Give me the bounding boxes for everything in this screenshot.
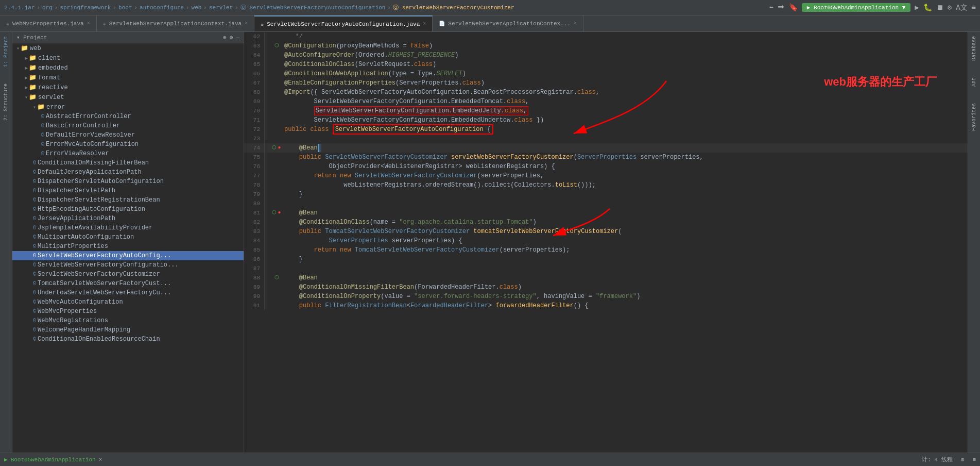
- tree-item-undertowservlet[interactable]: © UndertowServletWebServerFactoryCu...: [12, 288, 244, 297]
- tree-label-multipartauto: MultipartAutoConfiguration: [38, 234, 134, 241]
- tree-item-welcomepage[interactable]: © WelcomePageHandlerMapping: [12, 325, 244, 335]
- tab-webmvcproperties[interactable]: ☕ WebMvcProperties.java ×: [0, 15, 97, 31]
- tree-item-dispatcherservletpath[interactable]: © DispatcherServletPath: [12, 186, 244, 195]
- tree-item-servlet[interactable]: ▾ 📁 servlet: [12, 92, 244, 102]
- code-line-83: 83 public TomcatServletWebServerFactoryC…: [244, 227, 968, 236]
- debug-marker-74[interactable]: ●: [278, 143, 281, 153]
- code-line-79: 79 }: [244, 190, 968, 199]
- tree-label-servletwebserverauto: ServletWebServerFactoryAutoConfig...: [38, 252, 171, 259]
- tree-item-errorviewresolver[interactable]: © ErrorViewResolver: [12, 149, 244, 158]
- code-line-65: 65 @ConditionalOnClass(ServletRequest.cl…: [244, 60, 968, 69]
- code-line-80: 80: [244, 199, 968, 208]
- stop-icon[interactable]: ⏹: [936, 4, 943, 12]
- right-icon-favorites[interactable]: Favorites: [970, 101, 978, 133]
- sidebar-sync-icon[interactable]: ⊕: [223, 34, 227, 41]
- code-line-87: 87: [244, 264, 968, 273]
- tree-item-embedded[interactable]: ▶ 📁 embedded: [12, 63, 244, 73]
- settings-icon[interactable]: ⚙: [948, 3, 952, 12]
- tree-item-dispatcherservletreg[interactable]: © DispatcherServletRegistrationBean: [12, 195, 244, 205]
- line-content-88: @Bean: [284, 273, 968, 282]
- tree-item-servletwebservercustom[interactable]: © ServletWebServerFactoryCustomizer: [12, 270, 244, 279]
- tab-close-4[interactable]: ×: [574, 21, 577, 26]
- tab-servletwebserverapplicationcontext[interactable]: ☕ ServletWebServerApplicationContext.jav…: [97, 15, 255, 31]
- tree-item-web[interactable]: ▾ 📁 web: [12, 43, 244, 53]
- bean-marker-88[interactable]: ⬡: [274, 273, 279, 282]
- code-editor-area[interactable]: 62 */ 63 ⬡ @Configuration(proxyBeanMetho…: [244, 32, 968, 453]
- breadcrumb-autoconfigure[interactable]: autoconfigure: [140, 5, 184, 11]
- tab-servletwebserverapplicationcontext2[interactable]: 📄 ServletWebServerApplicationContex... ×: [433, 15, 583, 31]
- bookmark-icon[interactable]: 🔖: [789, 3, 798, 12]
- bottom-more-icon[interactable]: ≡: [972, 457, 976, 463]
- line-icons-63: ⬡: [269, 41, 284, 51]
- breadcrumb-class[interactable]: ⓪ ServletWebServerFactoryAutoConfigurati…: [240, 4, 386, 11]
- nav-back-icon[interactable]: ⬅: [769, 3, 773, 12]
- class-icon-webmvcauto: ©: [33, 299, 36, 305]
- tree-item-jerseyapplication[interactable]: © JerseyApplicationPath: [12, 214, 244, 223]
- tab-servletwebserverfactoryauto[interactable]: ☕ ServletWebServerFactoryAutoConfigurati…: [254, 15, 433, 31]
- tree-item-servletwebserverauto[interactable]: © ServletWebServerFactoryAutoConfig...: [12, 251, 244, 260]
- bean-marker-63[interactable]: ⬡: [274, 41, 279, 51]
- breadcrumb-servlet[interactable]: servlet: [209, 5, 233, 11]
- tree-item-dispatcherservletauto[interactable]: © DispatcherServletAutoConfiguration: [12, 177, 244, 186]
- arrow-reactive: ▶: [25, 85, 28, 91]
- tree-label-reactive: reactive: [38, 84, 68, 91]
- breadcrumb-method[interactable]: ⓪ servletWebServerFactoryCustomizer: [393, 4, 514, 11]
- tree-item-basicerror[interactable]: © BasicErrorController: [12, 121, 244, 130]
- tree-item-webmvcauto[interactable]: © WebMvcAutoConfiguration: [12, 297, 244, 307]
- breadcrumb-springframework[interactable]: springframework: [60, 5, 111, 11]
- tree-item-format[interactable]: ▶ 📁 format: [12, 73, 244, 82]
- breadcrumb-web[interactable]: web: [192, 5, 202, 11]
- breadcrumb-boot[interactable]: boot: [118, 5, 132, 11]
- debug-marker-81[interactable]: ●: [278, 208, 281, 218]
- tab-close-servletwebserver[interactable]: ×: [245, 21, 248, 26]
- left-icon-project[interactable]: 1: Project: [3, 36, 9, 67]
- tree-item-jsptemplate[interactable]: © JspTemplateAvailabilityProvider: [12, 223, 244, 232]
- tree-label-error: error: [46, 104, 65, 111]
- sidebar-settings-icon[interactable]: ⚙: [230, 34, 233, 41]
- class-icon-jsptemplate: ©: [33, 225, 36, 231]
- debug-icon[interactable]: 🐛: [923, 3, 932, 12]
- class-icon-defaultjersey: ©: [33, 170, 36, 175]
- run-button[interactable]: ▶ Boot05WebAdminApplication ▼: [802, 3, 910, 12]
- tree-item-conditionalonenabled[interactable]: © ConditionalOnEnabledResourceChain: [12, 335, 244, 344]
- tree-label-conditionalonmissing: ConditionalOnMissingFilterBean: [38, 159, 149, 167]
- translate-icon[interactable]: A文: [956, 3, 967, 12]
- line-num-66: 66: [244, 69, 265, 78]
- nav-forward-icon[interactable]: ⮕: [778, 4, 785, 12]
- breadcrumb-org[interactable]: org: [42, 5, 53, 11]
- tab-close-active[interactable]: ×: [423, 21, 426, 27]
- bean-marker-74[interactable]: ⬡: [272, 143, 277, 153]
- class-icon-conditionalonmissing: ©: [33, 160, 36, 166]
- right-icon-database[interactable]: Database: [970, 34, 978, 63]
- tree-item-defaultjersey[interactable]: © DefaultJerseyApplicationPath: [12, 168, 244, 177]
- tab-close-webmvcproperties[interactable]: ×: [87, 21, 90, 26]
- bean-marker-81[interactable]: ⬡: [272, 208, 277, 218]
- more-icon[interactable]: ≡: [972, 4, 976, 12]
- right-icon-ant[interactable]: Ant: [970, 75, 978, 89]
- code-line-84: 84 ServerProperties serverProperties) {: [244, 236, 968, 245]
- tree-item-tomcatservlet[interactable]: © TomcatServletWebServerFactoryCust...: [12, 279, 244, 288]
- tree-item-conditionalonmissing[interactable]: © ConditionalOnMissingFilterBean: [12, 158, 244, 168]
- tree-item-multipartauto[interactable]: © MultipartAutoConfiguration: [12, 232, 244, 242]
- folder-icon-reactive: 📁: [29, 84, 37, 91]
- left-icon-structure[interactable]: 2: Structure: [3, 84, 9, 121]
- tree-item-reactive[interactable]: ▶ 📁 reactive: [12, 82, 244, 92]
- tree-item-multipartprop[interactable]: © MultipartProperties: [12, 242, 244, 251]
- tree-item-defaulterrorview[interactable]: © DefaultErrorViewResolver: [12, 130, 244, 140]
- run-close-icon[interactable]: ×: [99, 457, 102, 463]
- sidebar-tree: ▾ 📁 web ▶ 📁 client ▶ 📁 embedded ▶ 📁 form…: [12, 43, 244, 344]
- tree-item-webmvcprop[interactable]: © WebMvcProperties: [12, 307, 244, 316]
- tree-item-webmvcreg[interactable]: © WebMvcRegistrations: [12, 316, 244, 325]
- tree-item-abstracterror[interactable]: © AbstractErrorController: [12, 112, 244, 121]
- breadcrumb-jar[interactable]: 2.4.1.jar: [4, 5, 35, 11]
- tree-item-errormvcauto[interactable]: © ErrorMvcAutoConfiguration: [12, 140, 244, 149]
- tree-item-error[interactable]: ▾ 📁 error: [12, 102, 244, 112]
- run-icon[interactable]: ▶: [915, 3, 919, 12]
- tree-item-httpencodingnap[interactable]: © HttpEncodingAutoConfiguration: [12, 205, 244, 214]
- bottom-settings-icon[interactable]: ⚙: [961, 456, 965, 463]
- sidebar-minimize-icon[interactable]: —: [236, 35, 239, 41]
- line-content-77: return new ServletWebServerFactoryCustom…: [284, 171, 968, 180]
- tree-item-servletwebserverconfig[interactable]: © ServletWebServerFactoryConfiguratio...: [12, 260, 244, 270]
- tree-item-client[interactable]: ▶ 📁 client: [12, 53, 244, 63]
- arrow-client: ▶: [25, 55, 28, 61]
